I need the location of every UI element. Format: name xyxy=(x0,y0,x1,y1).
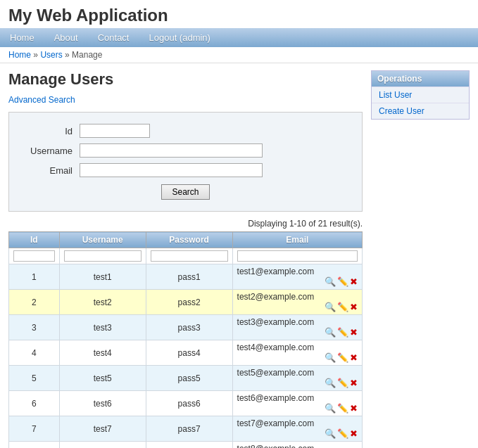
username-form-row: Username xyxy=(23,143,348,158)
table-row: 3 test3 pass3 test3@example.com 🔍 ✏️ ✖ xyxy=(9,315,363,340)
view-icon[interactable]: 🔍 xyxy=(325,302,336,312)
cell-username: test8 xyxy=(59,442,146,449)
delete-icon[interactable]: ✖ xyxy=(350,378,358,388)
view-icon[interactable]: 🔍 xyxy=(325,352,336,363)
results-info: Displaying 1-10 of 21 result(s). xyxy=(8,219,363,229)
main-nav: Home About Contact Logout (admin) xyxy=(0,28,478,47)
table-row: 1 test1 pass1 test1@example.com 🔍 ✏️ ✖ xyxy=(9,264,363,290)
id-input[interactable] xyxy=(80,124,150,138)
id-label: Id xyxy=(23,126,80,136)
edit-icon[interactable]: ✏️ xyxy=(337,403,348,414)
cell-password: pass7 xyxy=(146,416,232,442)
nav-logout[interactable]: Logout (admin) xyxy=(139,28,220,47)
nav-about[interactable]: About xyxy=(44,28,88,47)
cell-username: test2 xyxy=(59,290,146,315)
cell-id: 5 xyxy=(9,366,60,391)
sidebar-create-user[interactable]: Create User xyxy=(372,103,469,119)
cell-username: test4 xyxy=(59,340,146,366)
edit-icon[interactable]: ✏️ xyxy=(337,327,348,338)
cell-id: 8 xyxy=(9,442,60,449)
table-header-row: Id Username Password Email xyxy=(9,232,363,248)
nav-contact[interactable]: Contact xyxy=(88,28,139,47)
cell-password: pass1 xyxy=(146,264,232,290)
cell-username: test5 xyxy=(59,366,146,391)
breadcrumb-home[interactable]: Home xyxy=(8,50,31,60)
table-row: 2 test2 pass2 test2@example.com 🔍 ✏️ ✖ xyxy=(9,290,363,315)
table-row: 6 test6 pass6 test6@example.com 🔍 ✏️ ✖ xyxy=(9,391,363,416)
delete-icon[interactable]: ✖ xyxy=(350,428,358,439)
cell-email: test4@example.com 🔍 ✏️ ✖ xyxy=(232,340,362,366)
view-icon[interactable]: 🔍 xyxy=(325,327,336,338)
edit-icon[interactable]: ✏️ xyxy=(337,276,348,287)
cell-email: test5@example.com 🔍 ✏️ ✖ xyxy=(232,366,362,391)
view-icon[interactable]: 🔍 xyxy=(325,378,336,388)
cell-email: test2@example.com 🔍 ✏️ ✖ xyxy=(232,290,362,315)
main-layout: Manage Users Advanced Search Id Username… xyxy=(0,63,478,448)
table-row: 5 test5 pass5 test5@example.com 🔍 ✏️ ✖ xyxy=(9,366,363,391)
cell-username: test6 xyxy=(59,391,146,416)
cell-id: 3 xyxy=(9,315,60,340)
page-title: Manage Users xyxy=(8,70,363,89)
app-title: My Web Application xyxy=(0,0,478,28)
col-header-id[interactable]: Id xyxy=(9,232,60,248)
delete-icon[interactable]: ✖ xyxy=(350,302,358,312)
col-header-password[interactable]: Password xyxy=(146,232,232,248)
breadcrumb: Home » Users » Manage xyxy=(0,47,478,63)
filter-email[interactable] xyxy=(237,250,358,262)
cell-id: 7 xyxy=(9,416,60,442)
sidebar-list-user[interactable]: List User xyxy=(372,87,469,103)
cell-email: test7@example.com 🔍 ✏️ ✖ xyxy=(232,416,362,442)
cell-id: 4 xyxy=(9,340,60,366)
edit-icon[interactable]: ✏️ xyxy=(337,428,348,439)
search-button[interactable]: Search xyxy=(161,184,209,200)
cell-username: test7 xyxy=(59,416,146,442)
table-row: 4 test4 pass4 test4@example.com 🔍 ✏️ ✖ xyxy=(9,340,363,366)
filter-password[interactable] xyxy=(151,250,228,262)
username-input[interactable] xyxy=(80,143,263,158)
sidebar-box: Operations List User Create User xyxy=(371,70,470,120)
delete-icon[interactable]: ✖ xyxy=(350,352,358,363)
col-header-email[interactable]: Email xyxy=(232,232,362,248)
email-label: Email xyxy=(23,165,80,176)
breadcrumb-current: Manage xyxy=(72,50,102,60)
cell-password: pass6 xyxy=(146,391,232,416)
filter-username[interactable] xyxy=(64,250,141,262)
filter-id[interactable] xyxy=(13,250,55,262)
table-row: 8 test8 pass8 test8@example.com 🔍 ✏️ ✖ xyxy=(9,442,363,449)
breadcrumb-users[interactable]: Users xyxy=(40,50,62,60)
edit-icon[interactable]: ✏️ xyxy=(337,378,348,388)
content-area: Manage Users Advanced Search Id Username… xyxy=(8,70,363,448)
cell-email: test6@example.com 🔍 ✏️ ✖ xyxy=(232,391,362,416)
edit-icon[interactable]: ✏️ xyxy=(337,302,348,312)
edit-icon[interactable]: ✏️ xyxy=(337,352,348,363)
cell-password: pass3 xyxy=(146,315,232,340)
advanced-search-link[interactable]: Advanced Search xyxy=(8,95,75,105)
delete-icon[interactable]: ✖ xyxy=(350,403,358,414)
search-form: Id Username Email Search xyxy=(8,112,363,212)
email-form-row: Email xyxy=(23,163,348,177)
delete-icon[interactable]: ✖ xyxy=(350,276,358,287)
view-icon[interactable]: 🔍 xyxy=(325,276,336,287)
cell-password: pass4 xyxy=(146,340,232,366)
delete-icon[interactable]: ✖ xyxy=(350,327,358,338)
email-input[interactable] xyxy=(80,163,263,177)
cell-username: test3 xyxy=(59,315,146,340)
sidebar: Operations List User Create User xyxy=(371,70,470,448)
cell-id: 6 xyxy=(9,391,60,416)
nav-home[interactable]: Home xyxy=(0,28,44,47)
table-row: 7 test7 pass7 test7@example.com 🔍 ✏️ ✖ xyxy=(9,416,363,442)
sidebar-operations-title: Operations xyxy=(372,71,469,87)
col-header-username[interactable]: Username xyxy=(59,232,146,248)
cell-id: 2 xyxy=(9,290,60,315)
cell-username: test1 xyxy=(59,264,146,290)
view-icon[interactable]: 🔍 xyxy=(325,428,336,439)
cell-password: pass5 xyxy=(146,366,232,391)
form-actions: Search xyxy=(23,184,348,200)
table-filter-row xyxy=(9,248,363,264)
username-label: Username xyxy=(23,146,80,156)
users-table: Id Username Password Email 1 test1 pass1… xyxy=(8,231,363,448)
cell-email: test8@example.com 🔍 ✏️ ✖ xyxy=(232,442,362,449)
cell-id: 1 xyxy=(9,264,60,290)
table-body: 1 test1 pass1 test1@example.com 🔍 ✏️ ✖ 2… xyxy=(9,264,363,449)
view-icon[interactable]: 🔍 xyxy=(325,403,336,414)
